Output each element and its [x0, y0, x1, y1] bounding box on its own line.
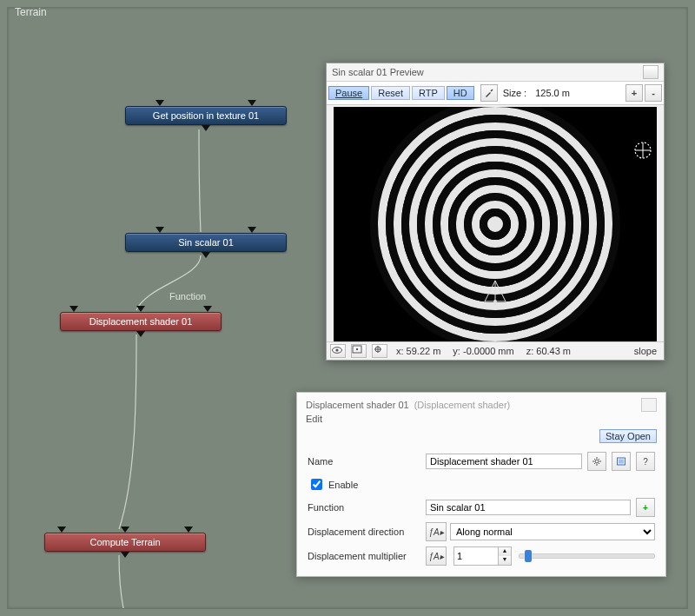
status-z: z: 60.43 m	[523, 346, 574, 356]
cursor3d-icon	[632, 140, 653, 161]
multiplier-expr-icon[interactable]: ƒA▸	[426, 546, 447, 566]
enable-label: Enable	[328, 480, 358, 490]
direction-label: Displacement direction	[308, 527, 420, 537]
function-label: Function	[308, 502, 420, 513]
node-sin-scalar[interactable]: Sin scalar 01	[125, 233, 287, 252]
camera-icon	[478, 275, 513, 310]
reset-button[interactable]: Reset	[371, 86, 410, 100]
hd-button[interactable]: HD	[447, 86, 474, 100]
pause-button[interactable]: Pause	[328, 86, 369, 100]
direction-select[interactable]: Along normal	[450, 523, 655, 540]
target-icon[interactable]	[372, 344, 387, 358]
svg-point-3	[335, 348, 338, 351]
node-label: Sin scalar 01	[178, 237, 234, 248]
add-function-button[interactable]: +	[636, 498, 655, 517]
status-x: x: 59.22 m	[393, 346, 444, 356]
svg-point-5	[356, 348, 358, 350]
multiplier-stepper[interactable]: ▲▼	[453, 546, 512, 566]
preview-toolbar: Pause Reset RTP HD Size : 125.0 m + -	[327, 82, 664, 105]
gear-icon[interactable]	[587, 452, 606, 471]
status-y: y: -0.0000 mm	[449, 346, 517, 356]
eye-icon[interactable]	[330, 344, 346, 358]
edit-menu[interactable]: Edit	[306, 414, 322, 424]
panel-type: (Displacement shader)	[414, 400, 511, 410]
svg-rect-9	[619, 460, 624, 464]
spin-down-icon[interactable]: ▼	[499, 556, 511, 565]
panel-name: Displacement shader 01	[306, 400, 409, 410]
brush-icon[interactable]	[480, 84, 498, 102]
preview-titlebar[interactable]: Sin scalar 01 Preview	[327, 63, 664, 82]
direction-expr-icon[interactable]: ƒA▸	[426, 522, 447, 541]
name-field[interactable]	[426, 454, 582, 469]
preview-viewport[interactable]	[334, 107, 657, 341]
stay-open-button[interactable]: Stay Open	[599, 429, 657, 443]
size-value: 125.0 m	[532, 88, 573, 98]
preview-statusbar: x: 59.22 m y: -0.0000 mm z: 60.43 m slop…	[327, 341, 664, 360]
multiplier-slider[interactable]	[519, 553, 655, 559]
fit-icon[interactable]	[351, 344, 367, 358]
enable-checkbox[interactable]	[311, 479, 322, 490]
preview-window[interactable]: Sin scalar 01 Preview Pause Reset RTP HD…	[326, 63, 665, 361]
status-slope: slope	[631, 346, 660, 356]
multiplier-label: Displacement multiplier	[308, 551, 420, 561]
properties-panel[interactable]: Displacement shader 01 (Displacement sha…	[296, 392, 666, 577]
node-label: Get position in texture 01	[153, 110, 259, 121]
spin-up-icon[interactable]: ▲	[499, 547, 511, 556]
zoom-out-button[interactable]: -	[645, 84, 662, 102]
size-label: Size :	[500, 88, 531, 98]
panel-close-icon[interactable]	[641, 398, 657, 412]
preview-title: Sin scalar 01 Preview	[332, 63, 424, 81]
help-button[interactable]: ?	[636, 452, 655, 471]
edge-label-function: Function	[169, 291, 206, 301]
svg-point-7	[595, 460, 599, 463]
zoom-in-button[interactable]: +	[626, 84, 643, 102]
node-label: Displacement shader 01	[89, 316, 193, 327]
svg-point-1	[493, 300, 497, 303]
function-field[interactable]	[426, 500, 631, 515]
preview-icon[interactable]	[612, 452, 631, 471]
node-label: Compute Terrain	[89, 537, 160, 547]
multiplier-input[interactable]	[453, 546, 498, 566]
node-displacement-shader[interactable]: Displacement shader 01	[60, 312, 222, 331]
close-icon[interactable]	[643, 65, 659, 79]
panel-title: Terrain	[13, 6, 49, 18]
node-get-position[interactable]: Get position in texture 01	[125, 106, 287, 125]
node-compute-terrain[interactable]: Compute Terrain	[44, 533, 206, 552]
rtp-button[interactable]: RTP	[412, 86, 445, 100]
name-label: Name	[308, 456, 420, 467]
